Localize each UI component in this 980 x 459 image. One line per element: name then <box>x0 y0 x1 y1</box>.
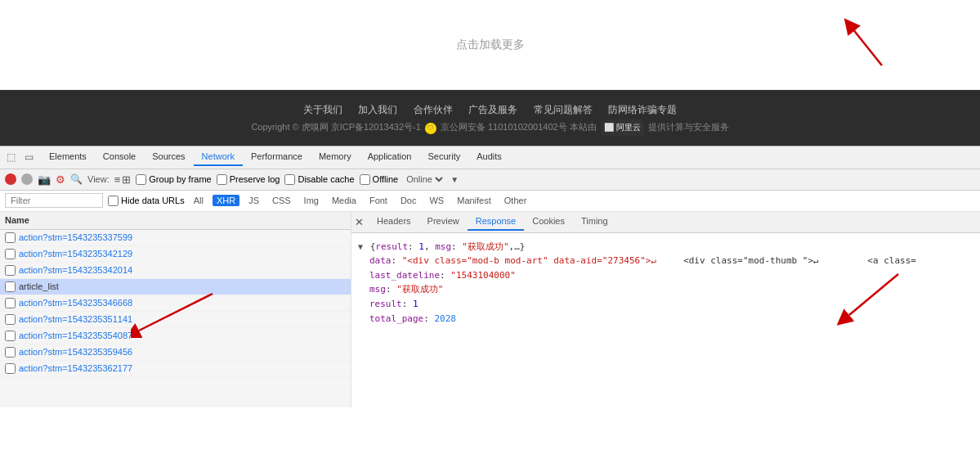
data-key: data <box>369 255 392 266</box>
row-checkbox-8[interactable] <box>5 363 16 374</box>
footer-link-fraud[interactable]: 防网络诈骗专题 <box>608 104 677 115</box>
result-key: result <box>369 299 402 309</box>
hide-data-urls-checkbox[interactable]: Hide data URLs <box>108 196 185 206</box>
footer-link-faq[interactable]: 常见问题解答 <box>534 104 593 115</box>
json-line-msg: msg: "获取成功" <box>358 282 973 297</box>
row-checkbox-6[interactable] <box>5 331 16 341</box>
tab-application[interactable]: Application <box>360 148 420 166</box>
network-row-2[interactable]: action?stm=1543235342014 <box>0 263 351 279</box>
network-row-7[interactable]: action?stm=1543235359456 <box>0 344 351 361</box>
group-by-frame-input[interactable] <box>136 174 146 185</box>
list-view-icon[interactable]: ≡ <box>114 173 121 186</box>
footer-link-about[interactable]: 关于我们 <box>303 104 342 115</box>
row-checkbox-5[interactable] <box>5 314 16 325</box>
screenshot-icon[interactable]: 📷 <box>38 173 51 186</box>
total-page-key: total_page <box>369 313 423 324</box>
footer-link-join[interactable]: 加入我们 <box>358 104 397 115</box>
network-row-8[interactable]: action?stm=1543235362177 <box>0 361 351 377</box>
json-line-1: ▼ {result: 1, msg: "获取成功",…} <box>358 240 973 254</box>
filter-media-btn[interactable]: Media <box>328 195 360 206</box>
tab-sources[interactable]: Sources <box>144 148 193 166</box>
collapse-triangle[interactable]: ▼ <box>358 242 363 251</box>
response-tab-cookies[interactable]: Cookies <box>524 213 573 231</box>
svg-line-0 <box>849 25 882 65</box>
close-response-panel[interactable]: ✕ <box>355 216 364 228</box>
network-row-1[interactable]: action?stm=1543235342129 <box>0 246 351 263</box>
tab-audits[interactable]: Audits <box>468 148 510 166</box>
tab-memory[interactable]: Memory <box>311 148 360 166</box>
row-checkbox-article[interactable] <box>5 281 16 292</box>
row-checkbox-4[interactable] <box>5 298 16 308</box>
footer-link-partner[interactable]: 合作伙伴 <box>414 104 453 115</box>
offline-checkbox[interactable]: Offline <box>360 174 399 185</box>
disable-cache-label: Disable cache <box>298 174 354 184</box>
preserve-log-checkbox[interactable]: Preserve log <box>217 174 280 185</box>
tab-elements[interactable]: Elements <box>41 148 95 166</box>
preserve-log-input[interactable] <box>217 174 227 185</box>
json-line-data: data: "<div class="mod-b mod-art" data-a… <box>358 254 973 268</box>
filter-ws-btn[interactable]: WS <box>425 195 448 206</box>
footer-copyright: Copyright © 虎嗅网 京ICP备12013432号-1 🛡 京公网安备… <box>0 119 980 136</box>
row-name-6: action?stm=1543235354087 <box>19 331 132 340</box>
tab-network[interactable]: Network <box>194 148 243 166</box>
devtools-control-icons: ⬚ ▭ <box>3 150 36 164</box>
device-toggle-icon[interactable]: ▭ <box>21 150 36 164</box>
tab-console[interactable]: Console <box>95 148 144 166</box>
throttle-dropdown-icon[interactable]: ▼ <box>450 175 459 184</box>
row-name-7: action?stm=1543235359456 <box>19 347 132 357</box>
row-checkbox-2[interactable] <box>5 265 16 276</box>
offline-input[interactable] <box>360 174 370 185</box>
row-name-2: action?stm=1543235342014 <box>19 265 132 275</box>
police-badge-icon: 🛡 <box>425 123 436 134</box>
filter-img-btn[interactable]: Img <box>300 195 323 206</box>
load-more-text[interactable]: 点击加载更多 <box>456 38 525 52</box>
filter-font-btn[interactable]: Font <box>365 195 392 206</box>
service-text: 提供计算与安全服务 <box>648 122 729 132</box>
hide-data-urls-input[interactable] <box>108 196 119 206</box>
network-row-6[interactable]: action?stm=1543235354087 <box>0 328 351 344</box>
group-by-frame-checkbox[interactable]: Group by frame <box>136 174 211 185</box>
response-tab-preview[interactable]: Preview <box>419 213 468 231</box>
filter-input[interactable] <box>5 193 103 208</box>
disable-cache-checkbox[interactable]: Disable cache <box>284 174 354 185</box>
response-panel: ✕ Headers Preview Response Cookies Timin… <box>351 212 980 407</box>
json-root: {result: 1, msg: "获取成功",…} <box>370 241 526 252</box>
police-text: 京公网安备 11010102001402号 本站由 <box>441 122 599 132</box>
network-row-0[interactable]: action?stm=1543235337599 <box>0 230 351 246</box>
stop-button[interactable] <box>21 173 33 185</box>
filter-css-btn[interactable]: CSS <box>268 195 295 206</box>
row-checkbox-1[interactable] <box>5 249 16 259</box>
tab-performance[interactable]: Performance <box>243 148 311 166</box>
filter-all-btn[interactable]: All <box>190 195 208 206</box>
aliyun-logo: ⬜ 阿里云 <box>601 119 644 136</box>
row-checkbox-0[interactable] <box>5 232 16 243</box>
row-name-5: action?stm=1543235351141 <box>19 314 132 324</box>
filter-manifest-btn[interactable]: Manifest <box>453 195 495 206</box>
throttle-select[interactable]: Online <box>403 173 445 185</box>
row-name-4: action?stm=1543235346668 <box>19 298 132 308</box>
filter-doc-btn[interactable]: Doc <box>396 195 421 206</box>
response-tab-headers[interactable]: Headers <box>369 213 419 231</box>
network-row-5[interactable]: action?stm=1543235351141 <box>0 312 351 328</box>
filter-js-btn[interactable]: JS <box>244 195 263 206</box>
footer-link-ads[interactable]: 广告及服务 <box>468 104 517 115</box>
search-icon[interactable]: 🔍 <box>70 173 83 185</box>
arrow-to-load-more <box>833 8 898 74</box>
network-row-article-list[interactable]: article_list <box>0 279 351 295</box>
response-tab-response[interactable]: Response <box>468 213 525 231</box>
filter-other-btn[interactable]: Other <box>500 195 531 206</box>
record-button[interactable] <box>5 173 16 185</box>
filter-icon[interactable]: ⚙ <box>56 173 65 186</box>
inspect-element-icon[interactable]: ⬚ <box>3 150 18 164</box>
devtools-panel: ⬚ ▭ Elements Console Sources Network Per… <box>0 146 980 407</box>
result-val: 1 <box>413 299 418 309</box>
json-line-last-dateline: last_dateline: "1543104000" <box>358 268 973 283</box>
network-row-4[interactable]: action?stm=1543235346668 <box>0 295 351 312</box>
network-list: Name action?stm=1543235337599 action?stm… <box>0 212 351 407</box>
response-tab-timing[interactable]: Timing <box>573 213 616 231</box>
disable-cache-input[interactable] <box>284 174 295 185</box>
row-checkbox-7[interactable] <box>5 347 16 358</box>
group-view-icon[interactable]: ⊞ <box>122 173 131 186</box>
filter-xhr-btn[interactable]: XHR <box>213 195 239 206</box>
tab-security[interactable]: Security <box>419 148 468 166</box>
